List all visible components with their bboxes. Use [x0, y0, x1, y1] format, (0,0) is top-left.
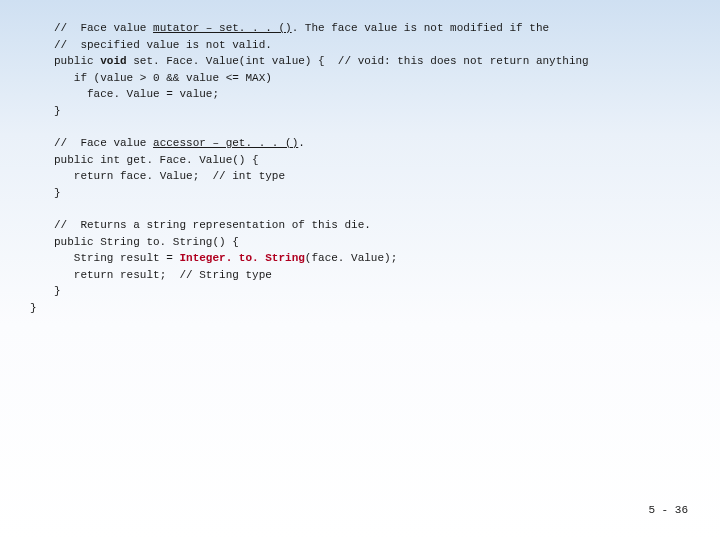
code-line: public int get. Face. Value() { — [54, 152, 700, 169]
code-line: // Face value mutator – set. . . (). The… — [54, 20, 700, 37]
comment-text: . The face value is not modified if the — [292, 22, 549, 34]
keyword-void: void — [100, 55, 126, 67]
code-block-tostring: // Returns a string representation of th… — [54, 217, 700, 316]
signature: public int get. Face. Value() { — [54, 154, 259, 166]
call-args: (face. Value); — [305, 252, 397, 264]
signature: public String to. String() { — [54, 236, 239, 248]
code-line: face. Value = value; — [54, 86, 700, 103]
code-line: public String to. String() { — [54, 234, 700, 251]
brace-close: } — [54, 285, 61, 297]
code-line: } — [54, 103, 700, 120]
var-decl: String result = — [54, 252, 179, 264]
comment-text: // Face value — [54, 22, 153, 34]
comment-underline: accessor – get. . . () — [153, 137, 298, 149]
code-line: // specified value is not valid. — [54, 37, 700, 54]
return-stmt: return result; // String type — [54, 269, 272, 281]
code-line: } — [54, 283, 700, 300]
return-stmt: return face. Value; // int type — [54, 170, 285, 182]
code-block-mutator: // Face value mutator – set. . . (). The… — [54, 20, 700, 119]
code-line: return face. Value; // int type — [54, 168, 700, 185]
page-number: 5 - 36 — [648, 502, 688, 519]
code-line: public void set. Face. Value(int value) … — [54, 53, 700, 70]
code-line: if (value > 0 && value <= MAX) — [54, 70, 700, 87]
comment-text: // Returns a string representation of th… — [54, 219, 371, 231]
code-line: } — [54, 185, 700, 202]
brace-close: } — [54, 187, 61, 199]
signature-tail: set. Face. Value(int value) { // void: t… — [127, 55, 589, 67]
code-line: String result = Integer. to. String(face… — [54, 250, 700, 267]
if-statement: if (value > 0 && value <= MAX) — [54, 72, 272, 84]
code-line: } — [30, 300, 700, 317]
comment-text: // specified value is not valid. — [54, 39, 272, 51]
code-line: // Face value accessor – get. . . (). — [54, 135, 700, 152]
comment-text: . — [298, 137, 305, 149]
keyword-public: public — [54, 55, 100, 67]
assignment: face. Value = value; — [54, 88, 219, 100]
code-block-accessor: // Face value accessor – get. . . (). pu… — [54, 135, 700, 201]
integer-tostring-call: Integer. to. String — [179, 252, 304, 264]
code-line: return result; // String type — [54, 267, 700, 284]
comment-underline: mutator – set. . . () — [153, 22, 292, 34]
brace-close: } — [54, 105, 61, 117]
code-line: // Returns a string representation of th… — [54, 217, 700, 234]
class-brace-close: } — [30, 302, 37, 314]
code-area: // Face value mutator – set. . . (). The… — [54, 20, 700, 332]
comment-text: // Face value — [54, 137, 153, 149]
